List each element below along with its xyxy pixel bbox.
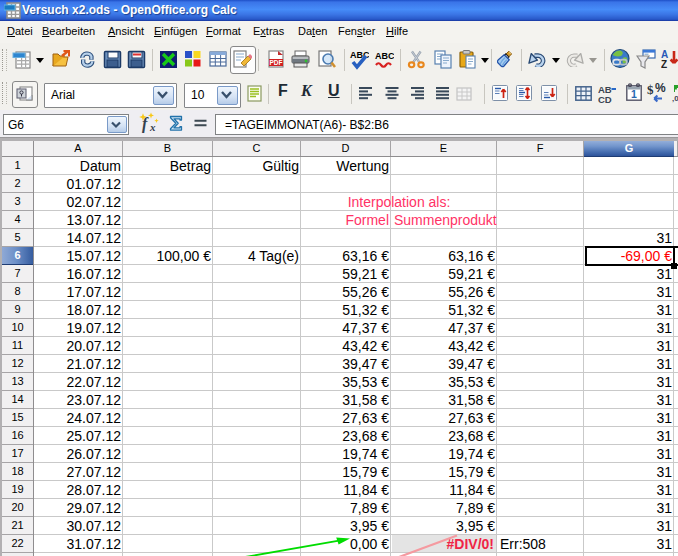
svg-text:$: $ <box>647 82 654 97</box>
svg-text:PDF: PDF <box>270 59 283 66</box>
svg-text:x: x <box>149 121 156 133</box>
svg-text:1: 1 <box>631 88 637 100</box>
svg-text:%: % <box>655 82 666 95</box>
svg-text:ABC: ABC <box>375 51 394 61</box>
svg-text:,0: ,0 <box>672 94 678 103</box>
svg-text:CD: CD <box>598 94 612 105</box>
svg-text:Z: Z <box>661 59 667 70</box>
